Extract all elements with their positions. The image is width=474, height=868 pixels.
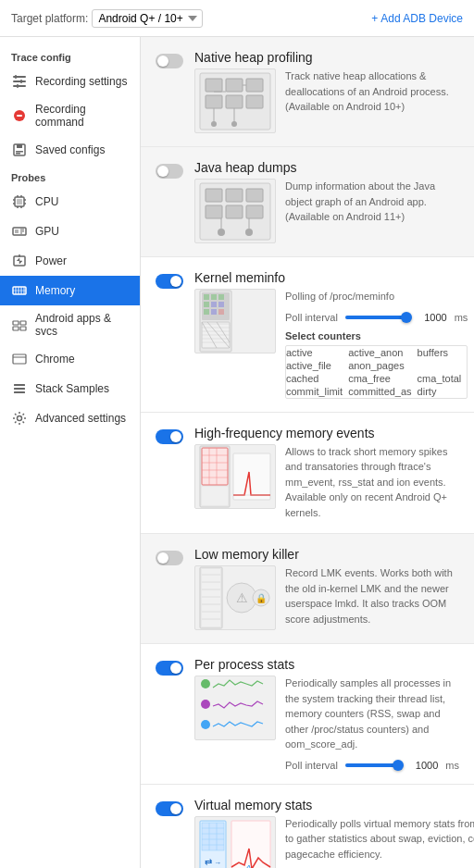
svg-point-55: [231, 121, 237, 127]
stack-samples-label: Stack Samples: [35, 382, 109, 395]
stack-samples-icon: [11, 380, 28, 397]
sidebar-item-android-apps[interactable]: Android apps & svcs: [0, 305, 140, 344]
native-heap-title: Native heap profiling: [194, 50, 313, 65]
probes-section-label: Probes: [0, 165, 140, 187]
svg-rect-46: [206, 79, 222, 92]
per-process-thumb: [170, 663, 181, 674]
virtual-memory-header: Virtual memory stats: [194, 798, 459, 812]
saved-configs-label: Saved configs: [35, 143, 105, 156]
per-process-title: Per process stats: [194, 657, 294, 672]
high-freq-track[interactable]: [156, 429, 183, 444]
per-process-slider[interactable]: [345, 763, 401, 767]
virtual-memory-toggle-area: [156, 798, 183, 816]
add-adb-button[interactable]: + Add ADB Device: [371, 12, 463, 25]
virtual-memory-desc: Periodically polls virtual memory stats …: [285, 816, 474, 862]
java-heap-toggle-area: [156, 160, 183, 179]
cpu-label: CPU: [35, 195, 58, 208]
counter-cell: cma_total: [418, 372, 468, 385]
per-process-desc: Periodically samples all processes in th…: [285, 676, 459, 752]
sidebar-item-memory[interactable]: Memory: [0, 276, 140, 305]
sidebar-item-saved-configs[interactable]: Saved configs: [0, 135, 140, 165]
svg-text:🔒: 🔒: [256, 592, 268, 604]
svg-rect-99: [202, 487, 228, 505]
per-process-track[interactable]: [156, 661, 183, 676]
kernel-meminfo-toggle[interactable]: [156, 274, 183, 289]
cpu-icon: [11, 193, 28, 210]
svg-rect-71: [204, 294, 209, 300]
virtual-memory-content: Virtual memory stats: [194, 798, 459, 869]
java-heap-toggle[interactable]: [156, 164, 183, 179]
sidebar-item-cpu[interactable]: CPU: [0, 187, 140, 217]
kernel-meminfo-slider[interactable]: [345, 316, 410, 319]
virtual-memory-thumb: [170, 803, 181, 814]
native-heap-section: Native heap profiling: [141, 37, 474, 147]
chrome-label: Chrome: [35, 353, 75, 366]
kernel-meminfo-section: Kernel meminfo: [141, 257, 474, 413]
native-heap-toggle[interactable]: [156, 54, 183, 68]
svg-rect-13: [17, 199, 22, 205]
java-heap-image: [194, 179, 276, 243]
kernel-meminfo-header: Kernel meminfo: [194, 270, 459, 285]
kernel-meminfo-body: Polling of /proc/meminfo Poll interval 1…: [194, 289, 459, 399]
java-heap-header: Java heap dumps: [194, 160, 459, 175]
sidebar-item-chrome[interactable]: Chrome: [0, 344, 140, 374]
svg-text:⚠: ⚠: [236, 590, 248, 605]
svg-rect-11: [16, 153, 20, 155]
java-heap-thumb: [157, 166, 168, 177]
low-memory-track[interactable]: [156, 551, 183, 565]
android-apps-label: Android apps & svcs: [35, 312, 129, 338]
sidebar-item-gpu[interactable]: GPU: [0, 217, 140, 246]
counter-cell: active_file: [286, 359, 348, 372]
svg-point-44: [18, 416, 22, 421]
high-freq-toggle[interactable]: [156, 429, 183, 444]
per-process-content: Per process stats: [194, 657, 459, 771]
per-process-toggle[interactable]: [156, 661, 183, 676]
kernel-meminfo-track[interactable]: [156, 274, 183, 289]
java-heap-content: Java heap dumps: [194, 160, 459, 243]
native-heap-image: [194, 68, 276, 133]
native-heap-track[interactable]: [156, 54, 183, 68]
sidebar-item-recording-settings[interactable]: Recording settings: [0, 67, 140, 96]
per-process-header: Per process stats: [194, 657, 459, 672]
svg-rect-78: [211, 309, 217, 315]
native-heap-toggle-area: [156, 50, 183, 68]
high-freq-image: [194, 444, 276, 509]
svg-rect-37: [13, 327, 19, 330]
low-memory-content: Low memory killer: [194, 547, 459, 630]
recording-command-icon: [11, 107, 28, 124]
gpu-label: GPU: [35, 225, 59, 238]
virtual-memory-toggle[interactable]: [156, 801, 183, 816]
saved-configs-icon: [11, 142, 28, 158]
svg-rect-75: [211, 302, 217, 307]
per-process-detail: Periodically samples all processes in th…: [285, 676, 459, 771]
low-memory-desc: Record LMK events. Works both with the o…: [285, 565, 459, 626]
virtual-memory-detail: Periodically polls virtual memory stats …: [285, 816, 474, 869]
kernel-meminfo-counters-wrapper[interactable]: active active_anon buffers active_file a…: [285, 345, 468, 399]
java-heap-track[interactable]: [156, 164, 183, 179]
kernel-meminfo-title: Kernel meminfo: [194, 270, 285, 285]
per-process-image: [194, 676, 276, 740]
platform-select[interactable]: Android Q+ / 10+: [92, 9, 203, 28]
svg-rect-23: [15, 229, 19, 233]
memory-label: Memory: [35, 284, 75, 297]
svg-point-116: [201, 700, 210, 709]
per-process-body: Periodically samples all processes in th…: [194, 676, 459, 771]
counter-cell: buffers: [418, 346, 468, 359]
add-adb-icon: +: [371, 12, 378, 25]
low-memory-image: ⚠ 🔒: [194, 565, 276, 630]
virtual-memory-title: Virtual memory stats: [194, 798, 312, 812]
sidebar-item-power[interactable]: Power: [0, 246, 140, 276]
sidebar-item-advanced-settings[interactable]: Advanced settings: [0, 403, 140, 433]
svg-rect-119: [202, 823, 224, 850]
low-memory-toggle[interactable]: [156, 551, 183, 565]
per-process-poll-value: 1000: [408, 760, 438, 771]
counter-cell: commit_limit: [286, 385, 348, 398]
svg-point-54: [211, 121, 217, 127]
svg-rect-74: [204, 302, 209, 307]
svg-rect-76: [218, 302, 224, 307]
svg-rect-91: [202, 448, 228, 485]
virtual-memory-track[interactable]: [156, 801, 183, 816]
sidebar-item-stack-samples[interactable]: Stack Samples: [0, 374, 140, 403]
sidebar-item-recording-command[interactable]: Recording command: [0, 96, 140, 135]
high-freq-toggle-area: [156, 426, 183, 444]
